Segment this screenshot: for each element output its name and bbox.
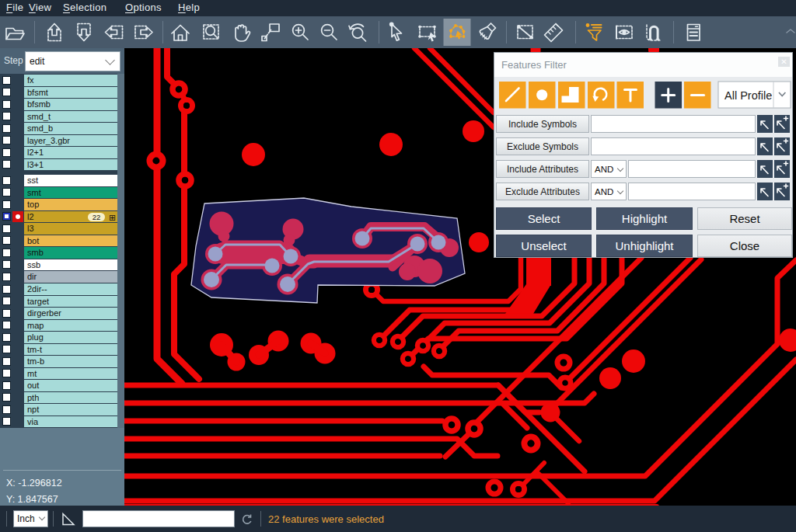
- svg-text:All Profile: All Profile: [724, 89, 772, 102]
